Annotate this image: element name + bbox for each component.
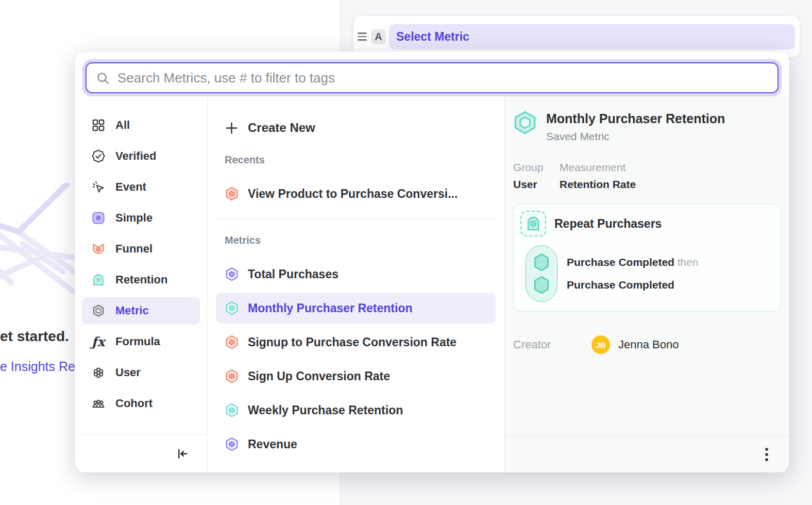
sidebar-item-metric[interactable]: Metric: [82, 297, 200, 324]
metric-hexagon-icon: [91, 304, 105, 317]
sidebar-item-cohort[interactable]: Cohort: [82, 390, 200, 417]
creator-name: Jenna Bono: [618, 338, 679, 351]
sidebar-item-verified[interactable]: Verified: [82, 143, 200, 170]
collapse-left-icon[interactable]: [176, 447, 189, 460]
formula-icon: ƒx: [91, 335, 105, 348]
measurement-value: Retention Rate: [560, 178, 636, 191]
creator-row: Creator JB Jenna Bono: [513, 335, 781, 354]
sidebar-item-simple[interactable]: Simple: [82, 205, 200, 231]
metrics-heading: Metrics: [225, 234, 496, 246]
cohort-people-icon: [91, 397, 105, 410]
details-meta: Group User Measurement Retention Rate: [513, 161, 781, 191]
funnel-steps-capsule: [526, 245, 557, 302]
select-metric-label: Select Metric: [396, 30, 469, 44]
metric-list-column: Create New Recents View Product to Purch…: [208, 96, 504, 473]
search-input[interactable]: [117, 70, 768, 86]
measurement-label: Measurement: [560, 161, 636, 174]
teal-hexagon-icon: [225, 403, 239, 417]
select-metric-button[interactable]: Select Metric: [389, 24, 795, 49]
sidebar-item-all[interactable]: All: [82, 112, 200, 139]
details-footer: [504, 435, 789, 473]
step-event: Purchase Completed: [567, 279, 674, 291]
details-title: Monthly Purchaser Retention: [546, 111, 725, 126]
creator-label: Creator: [513, 338, 591, 351]
verified-badge-icon: [91, 149, 105, 163]
search-focus-ring: [82, 59, 782, 96]
metric-details-panel: Monthly Purchaser Retention Saved Metric…: [504, 96, 789, 473]
metric-item-label: Weekly Purchase Retention: [248, 403, 403, 417]
purple-hexagon-icon: [225, 267, 239, 281]
sidebar-item-formula[interactable]: ƒx Formula: [82, 328, 200, 355]
list-divider: [216, 218, 496, 219]
group-label: Group: [513, 161, 560, 174]
background-heading-fragment: et started.: [0, 328, 69, 345]
sidebar-item-event[interactable]: Event: [82, 174, 200, 200]
metric-item-label: Revenue: [248, 437, 297, 451]
simple-metric-icon: [91, 211, 105, 225]
step-event: Purchase Completed: [567, 256, 674, 268]
sidebar-item-label: Simple: [115, 211, 153, 225]
metric-item-weekly-purchase-retention[interactable]: Weekly Purchase Retention: [216, 395, 496, 426]
metric-item-sign-up-conversion-rate[interactable]: Sign Up Conversion Rate: [216, 361, 496, 392]
sidebar-item-label: Verified: [115, 149, 156, 163]
row-badge: A: [371, 29, 386, 44]
metric-picker-modal: All Verified: [75, 52, 789, 473]
saved-metric-card: Repeat Purchasers: [513, 204, 781, 312]
search-field: [86, 62, 779, 93]
sidebar-item-label: Metric: [115, 304, 149, 317]
sidebar-item-user[interactable]: User: [82, 359, 200, 386]
salmon-hexagon-icon: [225, 369, 239, 383]
saved-metric-card-title: Repeat Purchasers: [554, 217, 662, 231]
grid-icon: [91, 119, 105, 132]
create-new-label: Create New: [248, 121, 315, 135]
saved-metric-dashed-icon: [520, 211, 546, 237]
background-insights-link-fragment[interactable]: e Insights Re: [0, 359, 75, 374]
group-value: User: [513, 178, 560, 191]
more-options-kebab-icon[interactable]: [765, 447, 769, 462]
metric-item-total-purchases[interactable]: Total Purchases: [216, 259, 496, 290]
metric-item-label: Sign Up Conversion Rate: [248, 369, 390, 383]
sidebar-item-retention[interactable]: Retention: [82, 266, 200, 293]
sidebar-item-label: All: [115, 119, 130, 132]
details-header: Monthly Purchaser Retention Saved Metric: [513, 110, 781, 143]
event-cursor-icon: [91, 180, 105, 194]
creator-avatar: JB: [591, 335, 610, 354]
search-icon: [96, 71, 110, 85]
purple-hexagon-icon: [225, 437, 239, 451]
sidebar-item-funnel[interactable]: Funnel: [82, 235, 200, 262]
drag-handle-icon[interactable]: [358, 32, 367, 40]
sidebar-item-label: Formula: [115, 335, 160, 348]
metric-item-label: Signup to Purchase Conversion Rate: [248, 335, 456, 349]
step-hexagon-icon: [532, 275, 551, 295]
metric-item-revenue[interactable]: Revenue: [216, 429, 496, 460]
plus-icon: [225, 121, 239, 135]
metric-item-signup-to-purchase-conversion-rate[interactable]: Signup to Purchase Conversion Rate: [216, 327, 496, 358]
step-connector: then: [678, 256, 699, 268]
step-hexagon-icon: [532, 252, 551, 272]
recent-item[interactable]: View Product to Purchase Conversi...: [216, 178, 496, 209]
metric-item-label: Total Purchases: [248, 267, 339, 281]
category-sidebar: All Verified: [75, 96, 208, 473]
sidebar-item-label: Event: [115, 180, 146, 194]
recents-heading: Recents: [225, 154, 496, 166]
metric-item-monthly-purchaser-retention[interactable]: Monthly Purchaser Retention: [216, 293, 496, 324]
details-subtitle: Saved Metric: [546, 130, 725, 143]
teal-hexagon-large-icon: [513, 110, 537, 135]
user-flower-icon: [91, 366, 105, 379]
sidebar-item-label: Cohort: [115, 397, 153, 410]
funnel-icon: [91, 242, 105, 256]
retention-icon: [91, 273, 105, 287]
sidebar-item-label: Retention: [115, 273, 167, 287]
funnel-hexagon-icon: [225, 187, 239, 201]
create-new-button[interactable]: Create New: [216, 117, 496, 139]
sidebar-item-label: Funnel: [115, 242, 153, 256]
recent-item-label: View Product to Purchase Conversi...: [248, 187, 458, 201]
funnel-step-descriptions: Purchase Completed then Purchase Complet…: [567, 245, 699, 302]
sidebar-item-label: User: [115, 366, 141, 379]
metric-item-label: Monthly Purchaser Retention: [248, 301, 412, 315]
teal-hexagon-icon: [225, 301, 239, 315]
sidebar-footer: [75, 434, 207, 473]
salmon-hexagon-icon: [225, 335, 239, 349]
